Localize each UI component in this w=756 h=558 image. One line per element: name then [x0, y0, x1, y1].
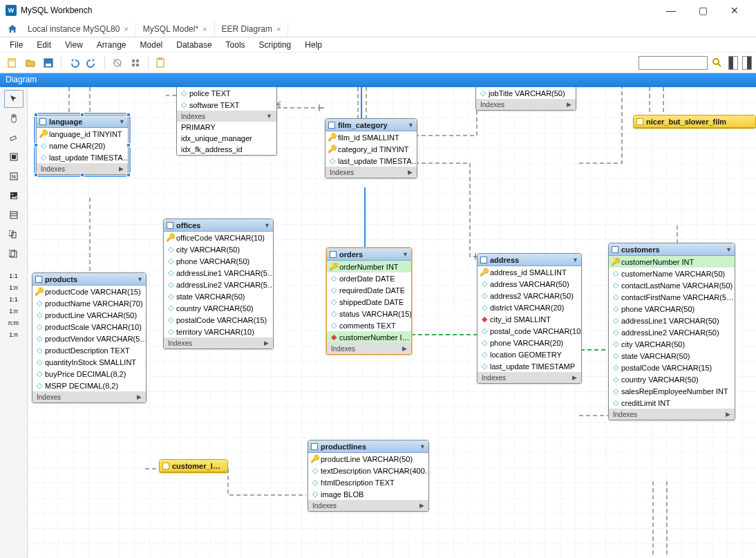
column-icon: ◇ [613, 328, 618, 337]
undo-icon[interactable] [66, 55, 82, 71]
maximize-button[interactable]: ▢ [687, 0, 719, 21]
tab-local-instance[interactable]: Local instance MySQL80 × [21, 21, 136, 37]
menu-scripting[interactable]: Scripting [254, 39, 297, 51]
indexes-label[interactable]: Indexes [41, 165, 65, 173]
table-customers[interactable]: customers▼ 🔑customerNumber INT ◇customer… [608, 243, 735, 420]
collapse-icon[interactable]: ▼ [264, 222, 270, 229]
svg-text:N: N [12, 174, 16, 180]
column-icon: ◇ [168, 280, 173, 289]
column-icon: ◇ [312, 478, 318, 487]
column-label: requiredDate DATE [339, 286, 405, 295]
menu-model[interactable]: Model [135, 39, 169, 51]
chevron-right-icon: ▶ [119, 165, 124, 172]
validate-icon[interactable] [153, 55, 169, 71]
column-icon: ◇ [482, 303, 487, 312]
collapse-icon[interactable]: ▼ [726, 246, 732, 253]
column-label: addressLine2 VARCHAR(5… [176, 281, 273, 289]
view-nicer-but-slower[interactable]: nicer_but_slower_film [633, 115, 756, 129]
collapse-icon[interactable]: ▼ [419, 443, 426, 450]
collapse-icon[interactable]: ▼ [572, 257, 578, 263]
search-icon[interactable] [710, 56, 724, 70]
hand-tool[interactable] [4, 109, 23, 127]
column-label: category_id TINYINT [338, 145, 409, 154]
close-button[interactable]: ✕ [719, 0, 750, 21]
column-label: addressLine1 VARCHAR(50) [621, 317, 719, 325]
open-file-icon[interactable] [22, 55, 39, 71]
column-icon: ◇ [37, 334, 42, 343]
indexes-label[interactable]: Indexes [480, 101, 504, 109]
column-label: customerName VARCHAR(50) [621, 270, 725, 278]
save-icon[interactable] [40, 55, 57, 71]
search-input[interactable] [639, 56, 708, 70]
toggle-left-panel[interactable] [728, 56, 738, 70]
collapse-icon[interactable]: ▼ [408, 122, 414, 129]
column-label: productScale VARCHAR(10) [45, 323, 142, 331]
table-tool[interactable] [4, 206, 23, 224]
column-icon: ◇ [482, 338, 487, 347]
indexes-label[interactable]: Indexes [613, 411, 637, 418]
home-tab[interactable] [4, 24, 21, 34]
new-file-icon[interactable] [4, 55, 21, 71]
menu-arrange[interactable]: Arrange [91, 39, 132, 51]
rel-1-1-nonid[interactable]: 1:1 [4, 271, 23, 281]
table-address[interactable]: address▼ 🔑address_id SMALLINT ◇address V… [477, 253, 582, 384]
minimize-button[interactable]: — [655, 0, 687, 21]
rel-n-m[interactable]: n:m [4, 318, 23, 328]
align-icon[interactable] [127, 55, 144, 71]
rel-1-n-id[interactable]: 1:n [4, 306, 23, 317]
collapse-icon[interactable]: ▼ [119, 118, 125, 125]
image-tool[interactable] [4, 187, 23, 205]
indexes-label[interactable]: Indexes [482, 374, 506, 382]
column-label: htmlDescription TEXT [321, 478, 395, 487]
column-label: addressLine2 VARCHAR(50) [621, 328, 719, 337]
rel-1-n-nonid[interactable]: 1:n [4, 283, 23, 293]
indexes-label[interactable]: Indexes [181, 113, 205, 120]
close-icon[interactable]: × [276, 25, 281, 33]
svg-point-12 [713, 59, 719, 64]
table-offices[interactable]: offices▼ 🔑officeCode VARCHAR(10) ◇city V… [163, 218, 274, 349]
index-item[interactable]: PRIMARY [177, 122, 276, 133]
close-icon[interactable]: × [124, 25, 128, 33]
index-item[interactable]: idx_unique_manager [177, 133, 276, 144]
toggle-right-panel[interactable] [742, 56, 752, 70]
chevron-right-icon: ▶ [402, 345, 407, 352]
arrow-tool[interactable] [4, 90, 23, 108]
menu-file[interactable]: File [4, 39, 28, 51]
collapse-icon[interactable]: ▼ [137, 276, 143, 283]
menu-database[interactable]: Database [171, 39, 217, 51]
indexes-label[interactable]: Indexes [168, 340, 192, 347]
eraser-tool[interactable] [4, 129, 23, 147]
redo-icon[interactable] [84, 55, 100, 71]
table-partial-top[interactable]: ◇police TEXT ◇software TEXT Indexes▼ PRI… [176, 87, 277, 156]
fk-key-icon: 🔑 [330, 145, 335, 154]
view-tool[interactable] [4, 225, 23, 243]
diagram-canvas[interactable]: language▼ 🔑language_id TINYINT ◇name CHA… [28, 87, 756, 558]
table-productlines[interactable]: productlines▼ 🔑productLine VARCHAR(50) ◇… [308, 440, 429, 512]
view-customer-l[interactable]: customer_l… [159, 459, 228, 473]
routine-tool[interactable] [4, 245, 23, 263]
table-language[interactable]: language▼ 🔑language_id TINYINT ◇name CHA… [36, 115, 129, 175]
tab-eer-diagram[interactable]: EER Diagram × [215, 21, 289, 37]
menu-help[interactable]: Help [299, 39, 328, 51]
indexes-label[interactable]: Indexes [330, 169, 354, 176]
table-orders[interactable]: orders▼ 🔑orderNumber INT ◇orderDate DATE… [326, 248, 412, 355]
menu-view[interactable]: View [59, 39, 88, 51]
indexes-label[interactable]: Indexes [331, 345, 355, 353]
rel-1-n-existing[interactable]: 1:n [4, 330, 23, 340]
layer-tool[interactable] [4, 148, 23, 166]
menu-edit[interactable]: Edit [31, 39, 57, 51]
indexes-label[interactable]: Indexes [312, 502, 337, 510]
rel-1-1-id[interactable]: 1:1 [4, 295, 23, 305]
close-icon[interactable]: × [202, 25, 207, 33]
menu-tools[interactable]: Tools [220, 39, 251, 51]
grid-icon[interactable] [109, 55, 126, 71]
tab-mysql-model[interactable]: MySQL Model* × [136, 21, 215, 37]
table-partial-job[interactable]: ◇jobTitle VARCHAR(50) Indexes▶ [475, 87, 576, 111]
table-products[interactable]: products▼ 🔑productCode VARCHAR(15) ◇prod… [32, 272, 147, 403]
collapse-icon[interactable]: ▼ [402, 251, 408, 258]
table-film-category[interactable]: film_category▼ 🔑film_id SMALLINT 🔑catego… [325, 118, 417, 178]
index-item[interactable]: idx_fk_address_id [177, 144, 276, 155]
indexes-label[interactable]: Indexes [37, 393, 61, 401]
svg-rect-10 [157, 59, 164, 67]
note-tool[interactable]: N [4, 167, 23, 185]
